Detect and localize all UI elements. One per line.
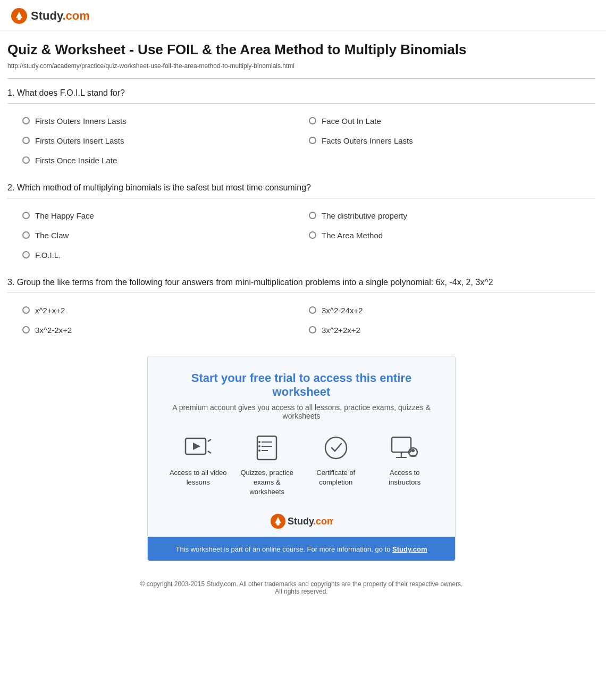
radio-q2a5[interactable] — [22, 251, 30, 259]
radio-q2a3[interactable] — [22, 231, 30, 239]
radio-q3a1[interactable] — [22, 306, 30, 314]
svg-line-5 — [208, 439, 211, 441]
cta-feature-quiz-label: Quizzes, practice exams & worksheets — [238, 468, 296, 497]
cta-feature-instructor: Access to instructors — [375, 433, 434, 497]
cta-feature-certificate-label: Certificate of completion — [307, 468, 365, 487]
cta-title: Start your free trial to access this ent… — [164, 371, 439, 399]
question-1: 1. What does F.O.I.L stand for? Firsts O… — [7, 88, 595, 170]
q1-answer-2[interactable]: Face Out In Late — [309, 111, 595, 131]
radio-q2a1[interactable] — [22, 212, 30, 219]
q1-answer-3[interactable]: Firsts Outers Insert Lasts — [22, 131, 309, 151]
svg-rect-15 — [392, 437, 411, 452]
cta-subtitle: A premium account gives you access to al… — [164, 403, 439, 420]
cta-footer-text: This worksheet is part of an online cour… — [175, 545, 427, 553]
radio-q3a3[interactable] — [22, 326, 30, 334]
question-2: 2. Which method of multiplying binomials… — [7, 183, 595, 265]
radio-q1a2[interactable] — [309, 117, 316, 124]
q1-answer-4[interactable]: Facts Outers Inners Lasts — [309, 131, 595, 151]
q2-answer-3[interactable]: The Claw — [22, 226, 309, 245]
q1-answer-5[interactable]: Firsts Once Inside Late — [22, 151, 595, 170]
quiz-icon — [252, 433, 282, 463]
question-3: 3. Group the like terms from the followi… — [7, 278, 595, 340]
q2-answer-1[interactable]: The Happy Face — [22, 206, 309, 226]
cta-box: Start your free trial to access this ent… — [147, 356, 456, 562]
radio-q1a4[interactable] — [309, 137, 316, 144]
cta-footer-link[interactable]: Study.com — [392, 545, 427, 553]
q3-answer-3[interactable]: 3x^2-2x+2 — [22, 320, 309, 340]
svg-point-13 — [258, 449, 260, 452]
cta-container: Start your free trial to access this ent… — [7, 356, 595, 562]
q2-answers-grid: The Happy Face The distributive property… — [7, 206, 595, 265]
svg-point-22 — [276, 522, 280, 526]
q2-answer-5[interactable]: F.O.I.L. — [22, 245, 595, 265]
instructor-icon — [390, 433, 419, 463]
svg-text:Study: Study — [288, 516, 314, 527]
svg-point-12 — [258, 445, 260, 447]
page-url: http://study.com/academy/practice/quiz-w… — [7, 62, 595, 70]
svg-point-19 — [411, 449, 415, 452]
q2-answer-4[interactable]: The Area Method — [309, 226, 595, 245]
svg-point-11 — [258, 441, 260, 443]
svg-line-6 — [208, 451, 211, 453]
logo[interactable]: Study.com — [11, 7, 595, 24]
svg-point-2 — [18, 17, 21, 20]
footer-rights: All rights reserved. — [7, 588, 595, 595]
radio-q3a4[interactable] — [309, 326, 316, 334]
cta-feature-video-label: Access to all video lessons — [169, 468, 228, 487]
header-divider — [7, 78, 595, 79]
cta-feature-quiz: Quizzes, practice exams & worksheets — [238, 433, 296, 497]
logo-text: Study.com — [31, 9, 90, 23]
q3-answer-2[interactable]: 3x^2-24x+2 — [309, 301, 595, 320]
q1-answer-1[interactable]: Firsts Outers Inners Lasts — [22, 111, 309, 131]
radio-q2a2[interactable] — [309, 212, 316, 219]
question-3-text: 3. Group the like terms from the followi… — [7, 278, 595, 287]
page-footer: © copyright 2003-2015 Study.com. All oth… — [7, 572, 595, 606]
page-title: Quiz & Worksheet - Use FOIL & the Area M… — [7, 41, 595, 59]
svg-rect-7 — [257, 436, 276, 460]
q2-answer-2[interactable]: The distributive property — [309, 206, 595, 226]
q2-divider — [7, 198, 595, 198]
q1-divider — [7, 103, 595, 104]
cta-studycom-logo: Study .com — [270, 513, 333, 530]
svg-marker-4 — [193, 443, 200, 450]
cta-features: Access to all video lessons Quizzes, pra… — [164, 433, 439, 497]
radio-q1a5[interactable] — [22, 156, 30, 164]
radio-q3a2[interactable] — [309, 306, 316, 314]
cta-logo: Study .com — [164, 507, 439, 537]
question-2-text: 2. Which method of multiplying binomials… — [7, 183, 595, 193]
main-content: Quiz & Worksheet - Use FOIL & the Area M… — [0, 30, 606, 616]
site-header: Study.com — [0, 0, 606, 30]
q3-answers-grid: x^2+x+2 3x^2-24x+2 3x^2-2x+2 3x^2+2x+2 — [7, 301, 595, 340]
q3-divider — [7, 293, 595, 293]
cta-feature-certificate: Certificate of completion — [307, 433, 365, 497]
cta-feature-video: Access to all video lessons — [169, 433, 228, 497]
cta-footer-bar: This worksheet is part of an online cour… — [148, 537, 455, 561]
certificate-icon — [321, 433, 351, 463]
radio-q1a1[interactable] — [22, 117, 30, 124]
q3-answer-1[interactable]: x^2+x+2 — [22, 301, 309, 320]
question-1-text: 1. What does F.O.I.L stand for? — [7, 88, 595, 98]
radio-q2a4[interactable] — [309, 231, 316, 239]
q1-answers-grid: Firsts Outers Inners Lasts Face Out In L… — [7, 111, 595, 170]
cta-feature-instructor-label: Access to instructors — [375, 468, 434, 487]
video-icon — [183, 433, 213, 463]
svg-text:.com: .com — [313, 516, 333, 527]
radio-q1a3[interactable] — [22, 137, 30, 144]
q3-answer-4[interactable]: 3x^2+2x+2 — [309, 320, 595, 340]
svg-point-14 — [325, 437, 347, 459]
footer-copyright: © copyright 2003-2015 Study.com. All oth… — [7, 580, 595, 588]
logo-icon — [11, 7, 28, 24]
